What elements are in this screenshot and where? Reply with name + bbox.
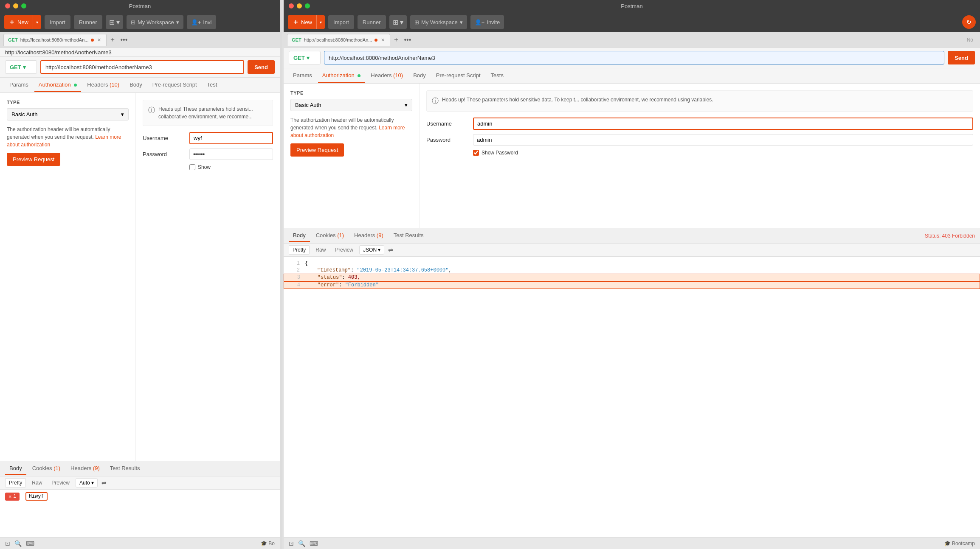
password-input-left[interactable] — [189, 148, 273, 160]
resp-tab-cookies-left[interactable]: Cookies (1) — [28, 462, 65, 475]
new-label-right: New — [301, 19, 312, 25]
invite-button-right[interactable]: 👤+ Invite — [470, 15, 504, 29]
tab-headers-right[interactable]: Headers (10) — [366, 69, 407, 83]
import-button-left[interactable]: Import — [45, 15, 70, 29]
type-select-right[interactable]: Basic Auth ▾ — [290, 99, 412, 111]
type-label-right: TYPE — [290, 90, 412, 95]
window-controls[interactable] — [5, 3, 26, 8]
maximize-button-right[interactable] — [305, 3, 310, 8]
invite-button-left[interactable]: 👤+ Invi — [187, 15, 216, 29]
tab-body-right[interactable]: Body — [409, 69, 430, 83]
show-password-checkbox-right[interactable] — [473, 150, 479, 156]
runner-button-right[interactable]: Runner — [358, 15, 386, 29]
minimize-button[interactable] — [13, 3, 18, 8]
bootcamp-label-right[interactable]: 🎓 Bootcamp — [944, 541, 975, 546]
type-select-left[interactable]: Basic Auth ▾ — [7, 108, 129, 120]
preview-request-btn-right[interactable]: Preview Request — [290, 143, 344, 157]
type-value-left: Basic Auth — [11, 111, 37, 118]
fmt-icon-left[interactable]: ⇌ — [100, 478, 108, 487]
warning-icon-left: ⓘ — [148, 105, 155, 120]
type-arrow-left: ▾ — [121, 111, 124, 118]
url-input-right[interactable] — [324, 51, 944, 64]
window-controls-right[interactable] — [289, 3, 310, 8]
layout-icon-right[interactable]: ⊡ — [289, 540, 294, 547]
tab-add-right[interactable]: ＋ — [391, 35, 401, 45]
invite-icon-left: 👤+ — [191, 19, 201, 25]
password-label-right: Password — [426, 137, 469, 143]
fmt-icon-right[interactable]: ⇌ — [387, 245, 394, 255]
new-button-left[interactable]: ＋ New ▾ — [4, 15, 41, 29]
tab-body-left[interactable]: Body — [125, 78, 146, 92]
terminal-icon-right[interactable]: ⌨ — [310, 540, 318, 547]
auth-dot-left — [74, 84, 77, 87]
search-icon-right[interactable]: 🔍 — [298, 540, 305, 547]
resp-tab-testresults-left[interactable]: Test Results — [106, 462, 144, 475]
close-button-right[interactable] — [289, 3, 294, 8]
fmt-select-right[interactable]: JSON ▾ — [359, 245, 384, 255]
resp-tab-body-left[interactable]: Body — [5, 462, 26, 475]
tab-more-right[interactable]: ••• — [402, 36, 413, 44]
search-icon-left[interactable]: 🔍 — [14, 540, 22, 547]
password-input-right[interactable] — [473, 134, 973, 146]
username-input-left[interactable] — [189, 132, 273, 144]
resp-tab-headers-right[interactable]: Headers (9) — [350, 230, 388, 242]
tab-prerequest-left[interactable]: Pre-request Script — [148, 78, 201, 92]
no-env-label: No — [967, 37, 977, 43]
resp-tab-headers-left[interactable]: Headers (9) — [66, 462, 104, 475]
send-button-right[interactable]: Send — [948, 51, 975, 64]
resp-tab-body-right[interactable]: Body — [289, 230, 310, 242]
tab-headers-left[interactable]: Headers (10) — [83, 78, 124, 92]
import-button-right[interactable]: Import — [328, 15, 354, 29]
tab-authorization-left[interactable]: Authorization — [34, 78, 82, 92]
bootcamp-label-left[interactable]: 🎓 Bo — [261, 541, 275, 546]
tab-prerequest-right[interactable]: Pre-request Script — [432, 69, 485, 83]
tab-tests-left[interactable]: Test — [203, 78, 222, 92]
minimize-button-right[interactable] — [297, 3, 302, 8]
fmt-raw-right[interactable]: Raw — [312, 246, 329, 254]
fmt-pretty-left[interactable]: Pretty — [5, 478, 26, 487]
tab-close-right[interactable]: ✕ — [380, 37, 386, 43]
request-tab-left[interactable]: GET http://localhost:8080/methodAn... ✕ — [3, 34, 107, 46]
close-button[interactable] — [5, 3, 10, 8]
new-arrow-icon[interactable]: ▾ — [33, 15, 41, 29]
auth-right-col-right: ⓘ Heads up! These parameters hold sensit… — [420, 84, 980, 228]
new-button-right[interactable]: ＋ New ▾ — [288, 15, 325, 29]
runner-button-left[interactable]: Runner — [74, 15, 102, 29]
method-select-right[interactable]: GET ▾ — [289, 51, 321, 64]
format-bar-left: Pretty Raw Preview Auto ▾ ⇌ — [0, 476, 280, 490]
maximize-button[interactable] — [21, 3, 26, 8]
resp-tab-cookies-right[interactable]: Cookies (1) — [312, 230, 348, 242]
terminal-icon-left[interactable]: ⌨ — [26, 540, 34, 547]
method-select-left[interactable]: GET ▾ — [5, 60, 37, 74]
more-button-left[interactable]: ⊞ ▾ — [106, 15, 123, 29]
tab-tests-right[interactable]: Tests — [487, 69, 508, 83]
request-tab-right[interactable]: GET http://localhost:8080/methodAn... ✕ — [287, 34, 390, 46]
fmt-pretty-right[interactable]: Pretty — [289, 245, 310, 255]
fmt-select-left[interactable]: Auto ▾ — [76, 478, 98, 487]
layout-icon-left[interactable]: ⊡ — [5, 540, 10, 547]
tab-params-right[interactable]: Params — [289, 69, 316, 83]
send-button-left[interactable]: Send — [248, 60, 275, 74]
url-input-left[interactable] — [40, 60, 244, 74]
workspace-button-left[interactable]: ⊞ My Workspace ▾ — [127, 15, 183, 29]
resp-tab-testresults-right[interactable]: Test Results — [389, 230, 428, 242]
tab-add-left[interactable]: ＋ — [107, 35, 118, 45]
workspace-label-right: My Workspace — [421, 19, 458, 25]
username-input-right[interactable] — [473, 118, 973, 130]
more-button-right[interactable]: ⊞ ▾ — [389, 15, 407, 29]
title-bar-left: Postman — [0, 0, 280, 12]
warning-text-right: Heads up! These parameters hold sensitiv… — [442, 96, 713, 106]
tab-close-left[interactable]: ✕ — [96, 37, 102, 43]
new-arrow-icon-right[interactable]: ▾ — [317, 15, 325, 29]
tab-params-left[interactable]: Params — [5, 78, 33, 92]
show-password-checkbox-left[interactable] — [189, 164, 195, 170]
tab-more-left[interactable]: ••• — [118, 36, 129, 44]
fmt-raw-left[interactable]: Raw — [28, 479, 45, 487]
fmt-preview-left[interactable]: Preview — [48, 479, 73, 487]
invite-label-left: Invi — [203, 19, 211, 25]
fmt-preview-right[interactable]: Preview — [332, 246, 357, 254]
tab-authorization-right[interactable]: Authorization — [318, 69, 365, 83]
workspace-button-right[interactable]: ⊞ My Workspace ▾ — [410, 15, 467, 29]
preview-request-btn-left[interactable]: Preview Request — [7, 153, 60, 166]
sync-button-right[interactable]: ↻ — [962, 15, 976, 29]
